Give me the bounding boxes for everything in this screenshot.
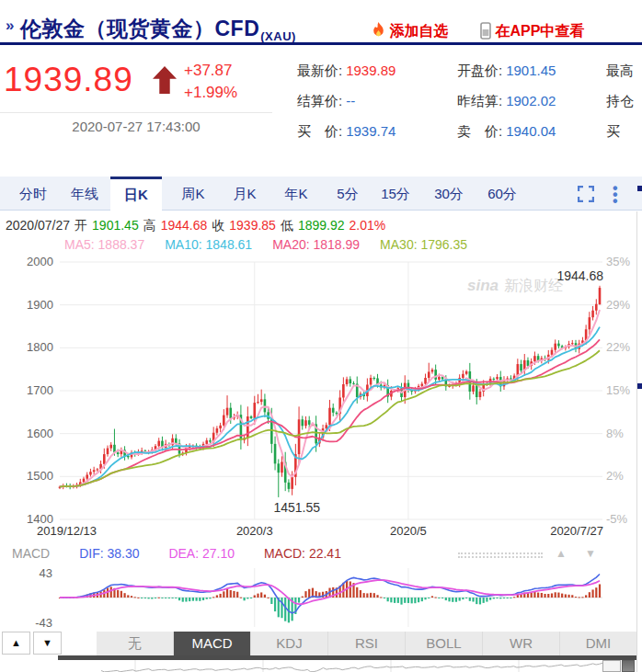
quote-value: 1901.45 — [506, 63, 556, 78]
quote-value: 1939.89 — [346, 63, 396, 78]
ohlc-item: 低 — [281, 218, 293, 233]
quote-label: 结算价: — [297, 93, 342, 108]
ohlc-info-row: 2020/07/27开1901.45高1944.68收1939.85低1899.… — [6, 218, 390, 234]
period-tab-周K[interactable]: 周K — [167, 177, 219, 211]
quote-label-clipped: 持仓 — [606, 93, 634, 108]
navigator-handle-grip[interactable] — [622, 660, 635, 672]
quote-c1-row: 买 价:1939.74 — [297, 121, 463, 152]
macd-legend: MACD DIF: 38.30 DEA: 27.10 MACD: 22.41 — [12, 546, 367, 561]
sina-watermark-text: 新浪财经 — [504, 278, 563, 293]
quote-c2-row: 卖 价:1940.04 — [457, 121, 623, 152]
panel-move-up-icon[interactable]: ▲ — [556, 547, 567, 560]
quote-column-3-clipped: 最高持仓买 — [606, 61, 642, 152]
quote-label: 买 价: — [297, 123, 342, 139]
navigator-handle[interactable] — [602, 660, 621, 672]
indicator-tab-DMI[interactable]: DMI — [560, 632, 636, 655]
quote-label: 卖 价: — [457, 123, 502, 139]
header: » 伦敦金（现货黄金）CFD(XAU) 添加自选 在APP中查看 — [0, 7, 642, 42]
period-tab-月K[interactable]: 月K — [219, 177, 270, 211]
view-in-app-link[interactable]: 在APP中查看 — [480, 22, 584, 41]
ohlc-item: 1944.68 — [161, 218, 208, 233]
header-divider — [0, 42, 642, 45]
flame-icon — [372, 22, 385, 39]
period-tab-日K[interactable]: 日K — [110, 177, 162, 213]
price-change: +37.87 — [184, 62, 232, 80]
sina-watermark: sina — [467, 277, 499, 294]
macd-dif-value: DIF: 38.30 — [79, 546, 139, 561]
navigator-mini-chart[interactable] — [0, 660, 642, 672]
svg-text:-5%: -5% — [606, 512, 628, 526]
phone-icon — [480, 22, 491, 40]
svg-text:1700: 1700 — [27, 383, 53, 397]
quote-column-2: 开盘价:1901.45昨结算:1902.02卖 价:1940.04 — [457, 61, 623, 152]
symbol-code: (XAU) — [260, 29, 296, 43]
indicator-tab-BOLL[interactable]: BOLL — [406, 632, 483, 655]
quote-c1-row: 最新价:1939.89 — [297, 61, 463, 91]
panel-move-down-icon[interactable]: ▼ — [585, 547, 596, 560]
period-tab-30分[interactable]: 30分 — [423, 177, 475, 211]
period-tab-15分[interactable]: 15分 — [370, 177, 421, 211]
svg-text:2019/12/13: 2019/12/13 — [37, 524, 97, 538]
ohlc-item: 1939.85 — [229, 218, 276, 233]
last-price: 1939.89 — [4, 61, 133, 99]
indicator-tab-WR[interactable]: WR — [483, 632, 560, 655]
svg-text:22%: 22% — [606, 340, 630, 354]
macd-chart[interactable]: 43-43 — [0, 564, 642, 631]
indicator-tab-bar: ▲ ▼ 无MACDKDJRSIBOLLWRDMI — [0, 632, 642, 655]
page-title: 伦敦金（现货黄金）CFD(XAU) — [20, 15, 295, 43]
macd-dea-value: DEA: 27.10 — [168, 546, 235, 561]
period-tab-bar: 分时年线日K周K月K年K5分15分30分60分 ••• — [0, 177, 642, 211]
quote-timestamp: 2020-07-27 17:43:00 — [0, 119, 272, 134]
ohlc-item: 高 — [143, 218, 156, 233]
indicator-tab-无[interactable]: 无 — [97, 632, 174, 655]
ohlc-item: 开 — [75, 218, 87, 233]
quote-label: 开盘价: — [457, 63, 502, 78]
ohlc-item: 1899.92 — [298, 218, 345, 233]
candlestick-chart[interactable]: 200035%190029%180022%170015%16008%15002%… — [0, 248, 642, 539]
quote-value: 1902.02 — [506, 93, 556, 108]
chart-right-border — [636, 211, 637, 672]
period-tab-60分[interactable]: 60分 — [476, 177, 528, 211]
indicator-tab-MACD[interactable]: MACD — [174, 632, 251, 655]
price-change-percent: +1.99% — [184, 84, 237, 102]
more-options-kebab-icon[interactable]: ••• — [613, 185, 618, 203]
indicator-tab-RSI[interactable]: RSI — [328, 632, 406, 655]
svg-text:1451.55: 1451.55 — [273, 500, 320, 515]
period-tab-年K[interactable]: 年K — [270, 177, 322, 211]
svg-text:35%: 35% — [606, 255, 630, 268]
view-in-app-label: 在APP中查看 — [495, 23, 584, 39]
period-tab-分时[interactable]: 分时 — [7, 177, 59, 211]
svg-text:1800: 1800 — [27, 340, 53, 354]
svg-text:2020/5: 2020/5 — [390, 524, 427, 538]
quote-label-clipped: 买 — [606, 123, 620, 139]
ohlc-item: 收 — [212, 218, 224, 233]
quote-label: 昨结算: — [457, 93, 502, 108]
period-tab-年线[interactable]: 年线 — [59, 177, 110, 211]
fullscreen-icon[interactable] — [578, 186, 594, 202]
panel-drag-handle[interactable] — [458, 551, 543, 560]
ohlc-item: 2.01% — [350, 218, 386, 233]
indicator-up-button[interactable]: ▲ — [2, 632, 30, 655]
svg-text:1944.68: 1944.68 — [556, 268, 603, 283]
quote-c1-row: 结算价:-- — [297, 91, 463, 121]
gold-quote-page: » 伦敦金（现货黄金）CFD(XAU) 添加自选 在APP中查看 1939.89… — [0, 0, 642, 672]
clipped-edge-element — [637, 383, 642, 389]
svg-text:8%: 8% — [606, 427, 624, 440]
macd-name-label: MACD — [12, 546, 50, 561]
svg-text:1900: 1900 — [27, 298, 53, 312]
period-tab-5分[interactable]: 5分 — [322, 177, 373, 211]
add-watchlist-link[interactable]: 添加自选 — [372, 22, 448, 41]
indicator-tab-KDJ[interactable]: KDJ — [251, 632, 328, 655]
add-watchlist-label: 添加自选 — [389, 23, 448, 39]
quote-value: 1940.04 — [506, 123, 556, 139]
quote-column-1: 最新价:1939.89结算价:--买 价:1939.74 — [297, 61, 463, 152]
svg-text:29%: 29% — [606, 298, 630, 312]
title-chevrons-icon: » — [6, 17, 14, 35]
svg-text:15%: 15% — [606, 383, 630, 397]
indicator-down-button[interactable]: ▼ — [33, 632, 62, 655]
quote-c2-row: 昨结算:1902.02 — [457, 91, 623, 121]
quote-label: 最新价: — [297, 63, 342, 78]
svg-text:2020/7/27: 2020/7/27 — [550, 524, 603, 538]
macd-hist-value: MACD: 22.41 — [264, 546, 341, 561]
clipped-edge-element — [637, 186, 642, 191]
